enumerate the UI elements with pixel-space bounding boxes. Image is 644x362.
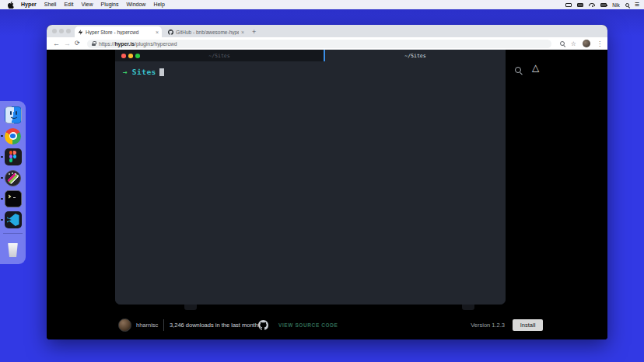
browser-tab-strip: Hyper Store - hypercwd × GitHub - bnb/aw… bbox=[47, 25, 607, 37]
terminal-tab-active: ~/Sites bbox=[325, 50, 506, 61]
url-host: hyper.is bbox=[114, 41, 135, 47]
dock-item-figma[interactable] bbox=[0, 148, 26, 165]
battery-icon[interactable] bbox=[600, 3, 607, 7]
dock-item-media-app[interactable] bbox=[0, 169, 26, 186]
dock-divider bbox=[3, 233, 23, 234]
running-indicator bbox=[1, 135, 3, 137]
view-source-link[interactable]: VIEW SOURCE CODE bbox=[278, 322, 338, 328]
hyper-store-page: △ ~/Sites ~/Sites → bbox=[47, 50, 607, 339]
menu-item-shell[interactable]: Shell bbox=[40, 0, 61, 9]
figma-icon bbox=[5, 148, 22, 165]
close-icon[interactable]: × bbox=[153, 30, 159, 35]
dock-item-hyper-terminal[interactable] bbox=[0, 190, 26, 207]
terminal-body: → Sites bbox=[115, 61, 506, 305]
terminal-tab-label: ~/Sites bbox=[208, 53, 229, 59]
desktop: Hyper Shell Edit View Plugins Window Hel… bbox=[0, 0, 644, 362]
plugin-info-bar: hharnisc 3,246 downloads in the last mon… bbox=[47, 315, 607, 336]
terminal-tab-label: ~/Sites bbox=[404, 53, 425, 59]
reload-button[interactable]: ⟳ bbox=[75, 37, 80, 50]
menu-bar: Hyper Shell Edit View Plugins Window Hel… bbox=[0, 0, 644, 9]
author-avatar[interactable] bbox=[118, 318, 131, 332]
menu-bar-status-area: Nik ☰ bbox=[565, 0, 639, 9]
notification-center-icon[interactable]: ☰ bbox=[635, 0, 639, 9]
new-tab-button[interactable]: + bbox=[252, 26, 256, 37]
browser-window: Hyper Store - hypercwd × GitHub - bnb/aw… bbox=[47, 25, 607, 339]
address-bar[interactable]: https://hyper.is/plugins/hypercwd bbox=[87, 40, 551, 48]
tab-title: GitHub - bnb/awesome-hyper bbox=[176, 30, 239, 35]
window-close-button[interactable] bbox=[52, 29, 57, 33]
url-text: https://hyper.is/plugins/hypercwd bbox=[99, 41, 177, 47]
spotlight-icon[interactable] bbox=[625, 3, 629, 7]
terminal-demo: ~/Sites ~/Sites → Sites bbox=[115, 50, 506, 305]
lock-icon[interactable] bbox=[92, 41, 96, 46]
dock-item-finder[interactable] bbox=[0, 106, 26, 124]
github-favicon-icon bbox=[168, 30, 173, 35]
terminal-title-bar: ~/Sites ~/Sites bbox=[115, 50, 506, 61]
terminal-close-icon bbox=[121, 54, 126, 58]
running-indicator bbox=[1, 198, 3, 200]
install-button[interactable]: Install bbox=[513, 319, 543, 331]
dock-item-trash[interactable] bbox=[0, 242, 26, 259]
terminal-cursor bbox=[159, 68, 164, 76]
trash-icon bbox=[7, 243, 19, 257]
terminal-prompt: → Sites bbox=[123, 68, 164, 76]
hyper-favicon-icon bbox=[78, 30, 83, 35]
demo-foot bbox=[462, 305, 474, 310]
window-zoom-button[interactable] bbox=[66, 29, 71, 33]
browser-toolbar: ← → ⟳ https://hyper.is/plugins/hypercwd … bbox=[47, 37, 607, 50]
finder-icon bbox=[5, 106, 22, 124]
terminal-minimize-icon bbox=[128, 54, 133, 58]
back-button[interactable]: ← bbox=[53, 37, 60, 50]
terminal-tab-accent-line bbox=[324, 50, 325, 61]
wifi-icon[interactable] bbox=[589, 3, 595, 6]
user-switcher[interactable]: Nik bbox=[612, 2, 619, 8]
profile-avatar[interactable] bbox=[583, 40, 590, 47]
running-indicator bbox=[1, 177, 3, 179]
bookmark-star-icon[interactable]: ☆ bbox=[571, 40, 576, 47]
terminal-zoom-icon bbox=[135, 54, 140, 58]
display-icon[interactable] bbox=[577, 3, 583, 7]
close-icon[interactable]: × bbox=[239, 30, 244, 35]
downloads-count: 3,246 downloads in the last month bbox=[170, 322, 258, 329]
window-minimize-button[interactable] bbox=[59, 29, 64, 33]
menu-item-window[interactable]: Window bbox=[123, 0, 150, 9]
running-indicator bbox=[1, 156, 3, 158]
triangle-logo-icon[interactable]: △ bbox=[532, 62, 539, 73]
divider bbox=[163, 319, 164, 331]
plugin-version: Version 1.2.3 bbox=[471, 322, 505, 329]
toolbar-right-icons: ☆ ⋮ bbox=[560, 37, 603, 50]
author-name[interactable]: hharnisc bbox=[136, 322, 158, 329]
dock bbox=[0, 101, 26, 264]
menu-item-edit[interactable]: Edit bbox=[60, 0, 77, 9]
menu-item-view[interactable]: View bbox=[77, 0, 96, 9]
menu-item-plugins[interactable]: Plugins bbox=[97, 0, 123, 9]
forward-button[interactable]: → bbox=[64, 37, 71, 50]
hyper-terminal-icon bbox=[5, 190, 22, 207]
chrome-icon bbox=[5, 128, 21, 144]
running-indicator bbox=[1, 219, 3, 221]
prompt-arrow: → bbox=[123, 68, 128, 76]
browser-menu-icon[interactable]: ⋮ bbox=[597, 40, 603, 47]
apple-menu-icon[interactable] bbox=[5, 2, 17, 9]
tab-github[interactable]: GitHub - bnb/awesome-hyper × bbox=[165, 26, 247, 37]
site-search-icon[interactable] bbox=[515, 67, 521, 73]
terminal-tab-inactive: ~/Sites bbox=[115, 50, 324, 61]
search-icon[interactable] bbox=[560, 41, 565, 46]
tab-hyper-store[interactable]: Hyper Store - hypercwd × bbox=[75, 26, 162, 37]
menu-item-hyper[interactable]: Hyper bbox=[17, 0, 40, 9]
screen-mirroring-icon[interactable] bbox=[565, 3, 572, 7]
dock-item-vscode[interactable] bbox=[0, 211, 26, 228]
prompt-directory: Sites bbox=[132, 68, 156, 76]
tab-title: Hyper Store - hypercwd bbox=[86, 30, 153, 35]
vscode-icon bbox=[5, 211, 22, 228]
github-icon[interactable] bbox=[258, 319, 268, 333]
menu-item-help[interactable]: Help bbox=[149, 0, 168, 9]
media-app-icon bbox=[5, 170, 21, 186]
dock-item-chrome[interactable] bbox=[0, 127, 26, 144]
demo-foot bbox=[184, 305, 197, 310]
